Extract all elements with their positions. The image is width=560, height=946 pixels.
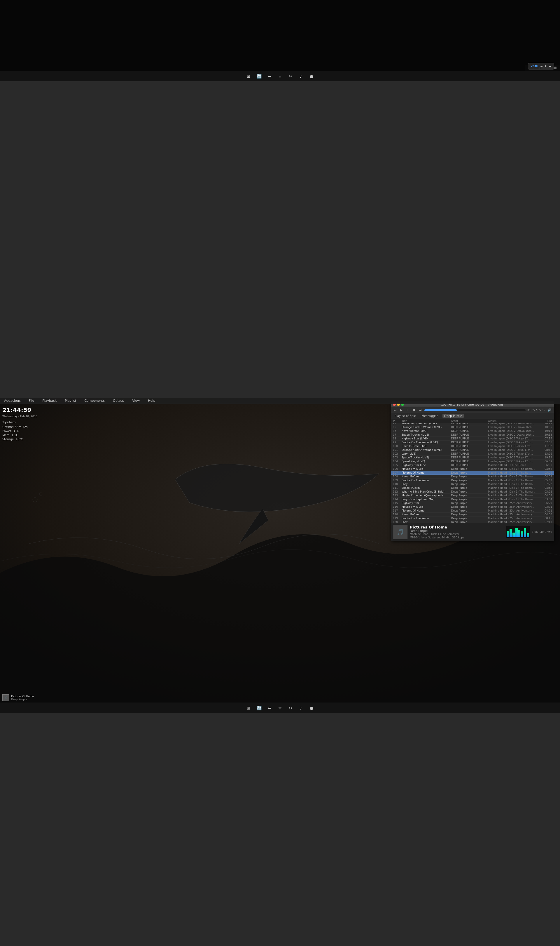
playlist-row[interactable]: 114 Lazy (Quadraphonic Mix) Deep Purple … xyxy=(391,497,554,501)
aud-progress-bar[interactable] xyxy=(425,409,526,411)
p2-taskbar-icon-7[interactable]: ● xyxy=(308,705,315,711)
pl-row-num: 107 xyxy=(393,471,402,474)
pl-row-artist: Deep Purple xyxy=(451,490,488,493)
pl-row-dur: 07:22 xyxy=(537,483,552,486)
playlist-row[interactable]: 94 The Mule Drum Solo (LIVE) DEEP PURPLE… xyxy=(391,423,554,425)
pl-row-album: Machine Head - Disk 1 (The Rema... xyxy=(488,483,537,486)
playlist-row[interactable]: 107 Pictures Of Home Deep Purple Machine… xyxy=(391,471,554,475)
col-album[interactable]: Album xyxy=(488,420,537,423)
pl-row-artist: DEEP PURPLE xyxy=(451,429,488,432)
pl-row-album: Machine Head - 25th Anniversary... xyxy=(488,521,537,523)
pl-row-album: Live In Japan (DISC 2-Osaka 16th... xyxy=(488,429,537,432)
mp1-btn-play[interactable]: ⏸ xyxy=(545,65,547,68)
pl-row-num: 98 xyxy=(393,437,402,440)
playlist-row[interactable]: 102 Lazy (LIVE) DEEP PURPLE Live In Japa… xyxy=(391,452,554,456)
playlist-row[interactable]: 104 Speed King (LIVE) DEEP PURPLE Live I… xyxy=(391,460,554,463)
pl-row-artist: DEEP PURPLE xyxy=(451,452,488,455)
p2-menubar-playlist[interactable]: Playlist xyxy=(63,398,78,403)
playlist-row[interactable]: 109 Smoke On The Water Deep Purple Machi… xyxy=(391,478,554,482)
pl-row-num: 108 xyxy=(393,475,402,478)
vis-bar-6 xyxy=(521,531,523,537)
aud-pause-btn[interactable]: ⏸ xyxy=(405,408,410,412)
pl-row-artist: DEEP PURPLE xyxy=(451,464,488,466)
p2-menubar-file[interactable]: File xyxy=(27,398,36,403)
p2-taskbar-icon-1[interactable]: ⊞ xyxy=(245,705,252,711)
pl-row-album: Live In Japan (DISC 3-Tokyo 17th... xyxy=(488,445,537,448)
playlist-row[interactable]: 116 Maybe I'm A Leo Deep Purple Machine … xyxy=(391,505,554,509)
playlist-row[interactable]: 103 Space Truckin' (LIVE) DEEP PURPLE Li… xyxy=(391,456,554,460)
p2-taskbar-icon-4[interactable]: ☆ xyxy=(277,705,283,711)
playlist-row[interactable]: 99 Smoke On The Water (LIVE) DEEP PURPLE… xyxy=(391,441,554,444)
playlist-row[interactable]: 106 Maybe I'm A Leo Deep Purple Machine … xyxy=(391,467,554,471)
date-2: Wednesday - Feb 18, 2013 xyxy=(2,415,37,418)
mp1-btn-next[interactable]: ⏭ xyxy=(549,65,552,68)
taskbar-icon-windows[interactable]: ⊞ xyxy=(245,73,252,80)
playlist-row[interactable]: 108 Never Before Deep Purple Machine Hea… xyxy=(391,475,554,478)
pl-row-num: 100 xyxy=(393,445,402,448)
aud-play-btn[interactable]: ▶ xyxy=(399,408,403,412)
playlist-row[interactable]: 112 When A Blind Man Cries (B-Side) Deep… xyxy=(391,490,554,494)
now-playing-bar: 🎵 Pictures Of Home Deep Purple Machine H… xyxy=(391,523,554,541)
aud-stop-btn[interactable]: ⏹ xyxy=(412,408,416,412)
p2-np-thumb: 🎵 xyxy=(2,694,9,701)
p2-taskbar-icon-2[interactable]: 🔄 xyxy=(255,705,263,711)
aud-next-btn[interactable]: ⏭ xyxy=(418,408,423,412)
p2-menubar-output[interactable]: Output xyxy=(111,398,126,403)
np-visualizer xyxy=(506,526,530,538)
p2-menubar-app[interactable]: Audacious xyxy=(2,398,23,403)
p2-menubar-components[interactable]: Components xyxy=(83,398,106,403)
playlist-row[interactable]: 115 Highway Star Deep Purple Machine Hea… xyxy=(391,501,554,505)
tab-playlist-epic[interactable]: Playlist of Epic xyxy=(393,414,417,418)
taskbar-icon-star[interactable]: ☆ xyxy=(277,73,283,80)
playlist-row[interactable]: 117 Pictures Of Home Deep Purple Machine… xyxy=(391,509,554,513)
pl-row-album: Machine Head - Disk 1 (The Rema... xyxy=(488,490,537,493)
pl-row-title: Never Before xyxy=(402,513,451,516)
playlist-row[interactable]: 111 Space Truckin' Deep Purple Machine H… xyxy=(391,486,554,490)
tab-deep-purple[interactable]: Deep Purple xyxy=(443,414,464,418)
col-artist[interactable]: Artist xyxy=(451,420,488,423)
pl-row-dur: 06:29 xyxy=(537,502,552,505)
playlist-row[interactable]: 95 Strange Kind Of Woman (LIVE) DEEP PUR… xyxy=(391,425,554,429)
taskbar-2: ⊞ 🔄 ⬅ ☆ ✂ ♪ ● xyxy=(0,702,560,713)
playlist-row[interactable]: 105 Highway Star (The... DEEP PURPLE Mac… xyxy=(391,463,554,467)
pl-row-dur: 03:54 xyxy=(537,498,552,501)
playlist-row[interactable]: 113 Maybe I'm A Leo (Quadraphonic Deep P… xyxy=(391,494,554,497)
playlist-row[interactable]: 101 Strange Kind Of Woman (LIVE) DEEP PU… xyxy=(391,448,554,452)
playlist-row[interactable]: 100 Child In Time (LIVE) DEEP PURPLE Liv… xyxy=(391,444,554,448)
pl-row-num: 97 xyxy=(393,433,402,436)
playlist-row[interactable]: 120 Lazy Deep Purple Machine Head - 25th… xyxy=(391,520,554,523)
p2-taskbar-icon-3[interactable]: ⬅ xyxy=(266,705,273,711)
aud-vol-icon[interactable]: 🔊 xyxy=(547,408,552,412)
pl-row-album: Machine Head - Disk 1 (The Re... xyxy=(488,471,537,474)
pl-row-album: Machine Head - Disk 1 (The Rema... xyxy=(488,468,537,471)
p2-np-title: Pictures Of Home xyxy=(11,695,34,698)
taskbar-icon-refresh[interactable]: 🔄 xyxy=(255,73,263,80)
vis-bar-2 xyxy=(509,529,512,537)
p2-menubar-help[interactable]: Help xyxy=(146,398,157,403)
playlist-row[interactable]: 119 Smoke On The Water Deep Purple Machi… xyxy=(391,517,554,520)
taskbar-icon-music[interactable]: ♪ xyxy=(297,73,305,80)
playlist-row[interactable]: 96 Never Before (LIVE) DEEP PURPLE Live … xyxy=(391,429,554,433)
col-duration[interactable]: Dur xyxy=(537,420,552,423)
playlist-row[interactable]: 98 Highway Star (LIVE) DEEP PURPLE Live … xyxy=(391,437,554,441)
pl-row-artist: DEEP PURPLE xyxy=(451,445,488,448)
aud-time: 01:35 / 05:06 xyxy=(527,409,545,412)
vis-bar-8 xyxy=(527,533,529,537)
taskbar-icon-record[interactable]: ● xyxy=(308,73,315,80)
p2-menubar-playback[interactable]: Playback xyxy=(40,398,58,403)
vis-bar-5 xyxy=(518,530,521,537)
pl-row-dur: 07:06 xyxy=(537,441,552,444)
p2-taskbar-icon-5[interactable]: ✂ xyxy=(287,705,294,711)
p2-taskbar-icon-6[interactable]: ♪ xyxy=(297,705,305,711)
taskbar-icon-back[interactable]: ⬅ xyxy=(266,73,273,80)
aud-prev-btn[interactable]: ⏮ xyxy=(393,408,397,412)
playlist-row[interactable]: 97 Space Truckin' (LIVE) DEEP PURPLE Liv… xyxy=(391,433,554,437)
taskbar-icon-tools[interactable]: ✂ xyxy=(287,73,294,80)
mp1-btn-prev[interactable]: ⏮ xyxy=(540,65,543,68)
playlist-row[interactable]: 118 Never Before Deep Purple Machine Hea… xyxy=(391,513,554,517)
pl-row-dur: 06:09 xyxy=(537,460,552,463)
col-title[interactable]: Title xyxy=(402,420,451,423)
playlist-row[interactable]: 110 Lazy Deep Purple Machine Head - Disk… xyxy=(391,482,554,486)
p2-menubar-view[interactable]: View xyxy=(130,398,142,403)
tab-meshuggah[interactable]: Meshuggah xyxy=(420,414,440,418)
